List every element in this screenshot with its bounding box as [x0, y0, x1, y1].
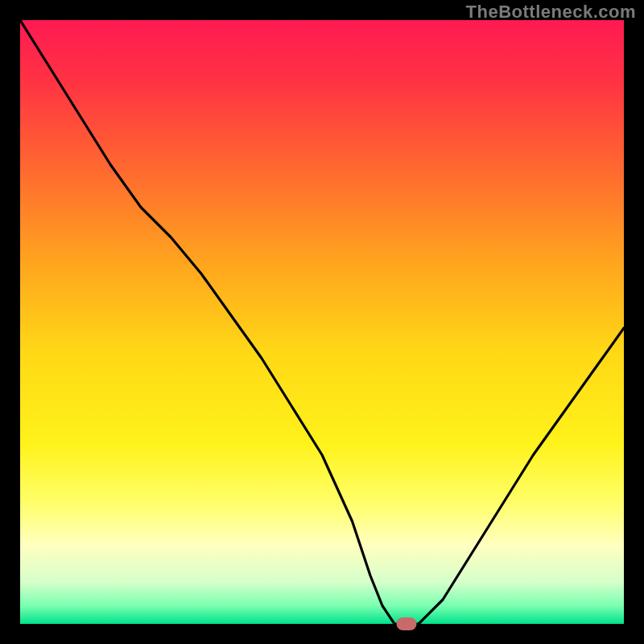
gradient-background: [20, 20, 624, 624]
bottleneck-plot: [20, 20, 624, 624]
chart-frame: TheBottleneck.com: [0, 0, 644, 644]
watermark-text: TheBottleneck.com: [466, 2, 636, 23]
optimal-point-marker: [397, 617, 417, 630]
